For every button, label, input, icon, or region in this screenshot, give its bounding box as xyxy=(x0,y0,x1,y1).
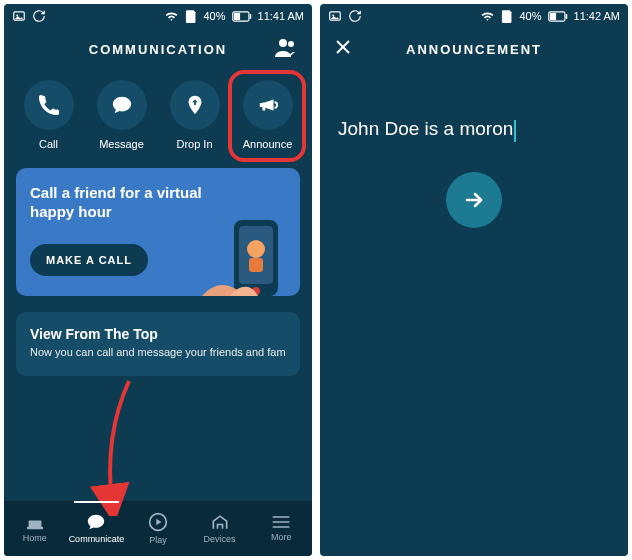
people-icon xyxy=(274,37,298,57)
announcement-input-area[interactable]: John Doe is a moron xyxy=(320,70,628,142)
clock: 11:42 AM xyxy=(574,10,620,22)
action-announce[interactable]: Announce xyxy=(243,80,293,150)
svg-point-5 xyxy=(279,39,287,47)
make-call-button[interactable]: MAKE A CALL xyxy=(30,244,148,276)
bottom-nav: Home Communicate Play Devices More xyxy=(4,500,312,556)
nav-more[interactable]: More xyxy=(250,501,312,556)
megaphone-icon xyxy=(257,94,279,116)
nav-label: Home xyxy=(23,533,47,543)
battery-icon xyxy=(548,11,568,22)
image-icon xyxy=(12,9,26,23)
speech-icon xyxy=(86,513,106,531)
speech-icon xyxy=(111,94,133,116)
nav-home[interactable]: Home xyxy=(4,501,66,556)
svg-point-9 xyxy=(247,240,265,258)
info-card[interactable]: View From The Top Now you can call and m… xyxy=(16,312,300,376)
action-message[interactable]: Message xyxy=(97,80,147,150)
action-label: Announce xyxy=(243,138,293,150)
contacts-button[interactable] xyxy=(274,37,298,61)
text-cursor xyxy=(514,120,516,142)
send-button[interactable] xyxy=(446,172,502,228)
devices-icon xyxy=(210,513,230,531)
play-icon xyxy=(148,512,168,532)
action-call[interactable]: Call xyxy=(24,80,74,150)
annotation-arrow xyxy=(84,376,144,516)
phone-right: 40% 11:42 AM ANNOUNCEMENT John Doe is a … xyxy=(320,4,628,556)
status-bar: 40% 11:42 AM xyxy=(320,4,628,28)
promo-illustration xyxy=(196,214,300,296)
svg-rect-22 xyxy=(565,14,567,19)
wifi-icon xyxy=(480,10,495,22)
arrow-right-icon xyxy=(462,188,486,212)
phone-icon xyxy=(38,94,60,116)
dropin-icon xyxy=(184,94,206,116)
svg-rect-3 xyxy=(233,13,239,20)
page-title: ANNOUNCEMENT xyxy=(406,42,542,57)
nav-label: Communicate xyxy=(69,534,125,544)
wifi-icon xyxy=(164,10,179,22)
nav-communicate[interactable]: Communicate xyxy=(66,501,128,556)
sync-icon xyxy=(32,9,46,23)
nav-play[interactable]: Play xyxy=(127,501,189,556)
promo-card[interactable]: Call a friend for a virtual happy hour M… xyxy=(16,168,300,296)
action-label: Call xyxy=(39,138,58,150)
svg-point-6 xyxy=(288,41,294,47)
phone-left: 40% 11:41 AM COMMUNICATION Call Message … xyxy=(4,4,312,556)
battery-icon xyxy=(232,11,252,22)
svg-rect-13 xyxy=(27,527,43,529)
nav-label: More xyxy=(271,532,292,542)
info-subtitle: Now you can call and message your friend… xyxy=(30,346,286,358)
battery-pct: 40% xyxy=(519,10,541,22)
header: COMMUNICATION xyxy=(4,28,312,70)
svg-rect-4 xyxy=(249,14,251,19)
nav-devices[interactable]: Devices xyxy=(189,501,251,556)
action-dropin[interactable]: Drop In xyxy=(170,80,220,150)
announcement-input[interactable]: John Doe is a moron xyxy=(338,118,513,139)
action-row: Call Message Drop In Announce xyxy=(4,70,312,162)
nav-label: Devices xyxy=(204,534,236,544)
sd-icon xyxy=(501,9,513,23)
image-icon xyxy=(328,9,342,23)
close-button[interactable] xyxy=(334,38,352,60)
svg-rect-10 xyxy=(249,258,263,272)
status-bar: 40% 11:41 AM xyxy=(4,4,312,28)
svg-rect-21 xyxy=(549,13,555,20)
info-title: View From The Top xyxy=(30,326,286,342)
sync-icon xyxy=(348,9,362,23)
battery-pct: 40% xyxy=(203,10,225,22)
page-title: COMMUNICATION xyxy=(89,42,227,57)
clock: 11:41 AM xyxy=(258,10,304,22)
svg-point-1 xyxy=(16,14,18,16)
nav-label: Play xyxy=(149,535,167,545)
sd-icon xyxy=(185,9,197,23)
action-label: Drop In xyxy=(176,138,212,150)
close-icon xyxy=(334,38,352,56)
promo-title: Call a friend for a virtual happy hour xyxy=(30,184,210,222)
menu-icon xyxy=(271,515,291,529)
header: ANNOUNCEMENT xyxy=(320,28,628,70)
action-label: Message xyxy=(99,138,144,150)
home-icon xyxy=(25,514,45,530)
